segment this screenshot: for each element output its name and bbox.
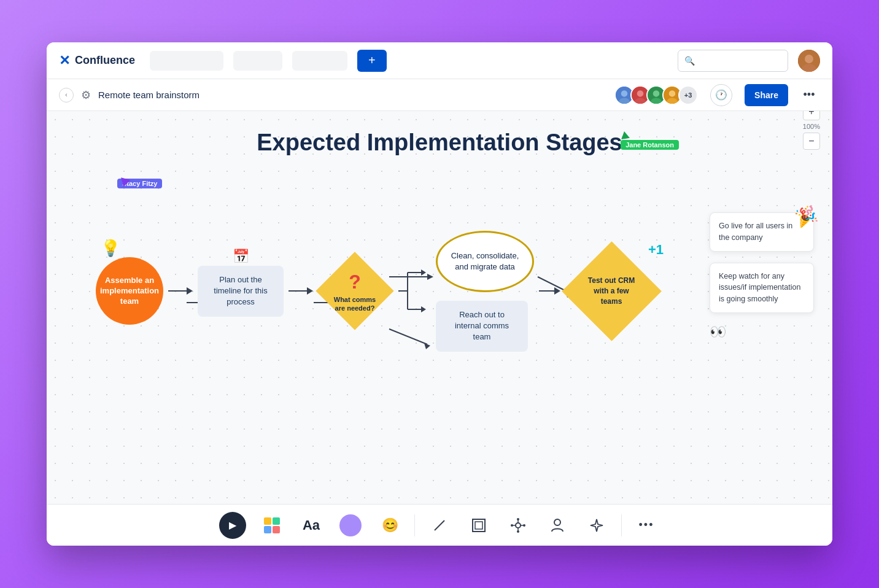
share-button[interactable]: Share (745, 84, 788, 106)
svg-point-10 (653, 90, 660, 97)
node-plan-timeline: 📅 Plan out the timeline for this process (198, 266, 284, 317)
split-connector (395, 266, 426, 315)
separator-1 (414, 514, 415, 536)
sticker-icon: 😊 (382, 517, 398, 533)
sticky-notes-icon (264, 517, 280, 533)
comms-team-text: Reach out to internal comms team (455, 310, 509, 341)
arrow-1 (163, 287, 198, 295)
sticky-sq-2 (273, 517, 280, 525)
confluence-x-icon: ✕ (59, 53, 70, 69)
arrow-2 (284, 287, 318, 295)
svg-marker-31 (421, 306, 426, 312)
nav-item-1[interactable] (150, 51, 223, 71)
tool-text[interactable]: Aa (296, 511, 326, 540)
search-input[interactable] (699, 56, 781, 65)
logo-area: ✕ Confluence (59, 53, 135, 69)
arrow-head-3 (554, 287, 560, 295)
more-options-button[interactable]: ••• (798, 84, 820, 106)
oval-node: Clean, consolidate, and migrate data (436, 231, 534, 292)
separator-2 (621, 514, 622, 536)
diamond-wrapper: ? What comms are needed? (318, 254, 392, 328)
tool-play[interactable]: ▶ (218, 511, 247, 540)
more-icon: ••• (803, 88, 815, 101)
jane-cursor-icon (620, 131, 630, 139)
tool-frame[interactable] (464, 511, 494, 540)
text-icon: Aa (303, 517, 320, 533)
arrow-head-1 (187, 287, 193, 295)
zoom-out-button[interactable]: − (803, 133, 820, 150)
tool-more[interactable]: ••• (632, 511, 661, 540)
svg-point-1 (805, 55, 813, 63)
rect-node-wrapper: 📅 Plan out the timeline for this process (198, 266, 284, 317)
search-box[interactable]: 🔍 (678, 50, 788, 72)
zoom-level: 100% (803, 123, 820, 130)
sticky-sq-1 (264, 517, 271, 525)
tool-sticky-notes[interactable] (257, 511, 287, 540)
create-button[interactable]: + (357, 50, 387, 72)
plus-one-badge: +1 (648, 242, 664, 258)
jane-cursor-area: Jane Rotanson (621, 131, 679, 150)
collab-count-badge: +3 (678, 85, 698, 105)
page-type-icon: ⚙ (81, 88, 91, 102)
svg-point-41 (517, 530, 519, 533)
canvas-content: Expected Implementation Stages Stacy Fit… (47, 111, 832, 199)
svg-point-13 (669, 90, 676, 97)
svg-point-42 (511, 524, 513, 527)
collapse-icon: ‹ (65, 91, 67, 98)
tool-sticker[interactable]: 😊 (375, 511, 405, 540)
eye-emojis: 👀 (710, 324, 814, 340)
tool-line[interactable] (425, 511, 454, 540)
jane-label: Jane Rotanson (621, 140, 679, 150)
zoom-in-button[interactable]: + (803, 111, 820, 120)
assemble-team-text: Assemble an implementation team (100, 276, 159, 307)
flow-row: 💡 Assemble an implementation team 📅 (96, 231, 657, 352)
svg-point-40 (517, 518, 519, 520)
tool-shape[interactable] (336, 511, 365, 540)
confluence-logo-text: Confluence (75, 54, 135, 67)
svg-rect-33 (473, 519, 485, 532)
large-diamond-text: Test out CRM with a few teams (584, 276, 639, 306)
tool-person[interactable] (543, 511, 572, 540)
node-comms-diamond: ? What comms are needed? (318, 254, 392, 328)
go-live-text: Go live for all users in the company (719, 222, 792, 242)
canvas-area[interactable]: Expected Implementation Stages Stacy Fit… (47, 111, 832, 504)
collapse-button[interactable]: ‹ (59, 88, 74, 103)
rect-node: Plan out the timeline for this process (198, 266, 284, 317)
comms-text: What comms are needed? (330, 295, 379, 313)
sticky-sq-4 (273, 526, 280, 533)
arrow-head-2 (307, 287, 313, 295)
diamond-text-wrapper: ? What comms are needed? (330, 269, 379, 312)
comms-rect-node: Reach out to internal comms team (436, 301, 528, 352)
zoom-controls: + 100% − (803, 111, 820, 150)
tool-magic[interactable] (582, 511, 611, 540)
branch-split: Clean, consolidate, and migrate data Rea… (436, 231, 534, 352)
frame-icon (470, 517, 487, 534)
history-button[interactable]: 🕐 (710, 84, 732, 106)
svg-marker-28 (421, 269, 426, 276)
svg-marker-45 (591, 519, 603, 532)
migrate-data-text: Clean, consolidate, and migrate data (444, 250, 526, 273)
svg-point-4 (621, 90, 628, 97)
node-comms-team: Reach out to internal comms team (436, 301, 534, 352)
history-icon: 🕐 (715, 89, 727, 101)
svg-point-35 (516, 523, 521, 528)
more-tools-icon: ••• (639, 519, 654, 532)
nav-item-2[interactable] (233, 51, 282, 71)
svg-point-44 (554, 519, 560, 525)
circle-node: Assemble an implementation team (96, 257, 163, 325)
user-avatar[interactable] (798, 50, 820, 72)
second-toolbar: ‹ ⚙ Remote team brainstorm +3 🕐 Share (47, 79, 832, 111)
question-mark: ? (330, 269, 379, 295)
plan-timeline-text: Plan out the timeline for this process (214, 275, 267, 306)
svg-rect-34 (475, 522, 482, 529)
svg-line-32 (435, 520, 444, 530)
watch-issues-text: Keep watch for any issues/if implementat… (719, 272, 800, 304)
stacy-cursor-area: Stacy Fitzy (117, 179, 130, 188)
tool-mindmap[interactable] (503, 511, 533, 540)
nav-item-3[interactable] (292, 51, 347, 71)
shape-icon (339, 514, 362, 536)
diagram-title: Expected Implementation Stages (71, 130, 808, 156)
node-assemble-team: 💡 Assemble an implementation team (96, 257, 163, 325)
magic-icon (588, 517, 605, 534)
page-title: Remote team brainstorm (98, 90, 199, 100)
